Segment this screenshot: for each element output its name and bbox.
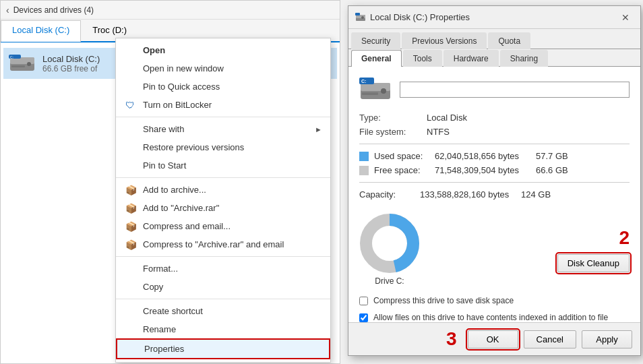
apply-button[interactable]: Apply (582, 330, 632, 348)
explorer-title: Devices and drives (4) (13, 5, 94, 15)
drive-header-row: C: (359, 76, 630, 103)
drive-name-input[interactable] (400, 82, 630, 98)
used-space-label: Used space: (374, 151, 435, 161)
donut-chart-area: Drive C: (359, 213, 420, 286)
free-space-label: Free space: (374, 165, 435, 175)
capacity-gb: 124 GB (521, 189, 551, 200)
cancel-button[interactable]: Cancel (524, 330, 576, 348)
svg-point-2 (27, 62, 31, 66)
capacity-label: Capacity: (359, 189, 420, 200)
annotation-label-2: 2 (619, 227, 630, 249)
submenu-arrow-icon: ► (315, 125, 322, 133)
tab-security[interactable]: Security (351, 32, 400, 49)
filesystem-row: File system: NTFS (359, 127, 630, 137)
ctx-separator-1 (116, 117, 330, 117)
tab-row-top: Security Previous Versions Quota (348, 29, 640, 49)
dialog-tabs: Security Previous Versions Quota General… (348, 29, 640, 67)
ctx-separator-2 (116, 177, 330, 178)
ctx-separator-4 (116, 299, 330, 299)
used-space-color (359, 152, 369, 161)
ctx-bitlocker[interactable]: 🛡 Turn on BitLocker (116, 96, 330, 114)
ctx-add-archive[interactable]: 📦 Add to archive... (116, 181, 330, 199)
context-menu: Open Open in new window Pin to Quick acc… (115, 38, 331, 363)
free-space-row: Free space: 71,548,309,504 bytes 66.6 GB (359, 165, 630, 175)
ctx-share-with[interactable]: Share with ► (116, 120, 330, 138)
type-value: Local Disk (427, 113, 467, 123)
dialog-titlebar: Local Disk (C:) Properties ✕ (348, 6, 640, 29)
svg-rect-3 (11, 65, 25, 67)
ctx-open-new-window[interactable]: Open in new window (116, 59, 330, 78)
divider-1 (359, 144, 630, 144)
drive-icon-c: C: (9, 52, 36, 75)
svg-point-8 (361, 16, 364, 19)
used-space-row: Used space: 62,040,518,656 bytes 57.7 GB (359, 151, 630, 161)
tab-tools[interactable]: Tools (403, 50, 442, 67)
close-button[interactable]: ✕ (617, 9, 634, 26)
tab-quota[interactable]: Quota (488, 32, 530, 49)
archive-icon-3: 📦 (125, 221, 137, 232)
shield-icon: 🛡 (125, 100, 135, 111)
tab-row-bottom: General Tools Hardware Sharing (348, 49, 640, 67)
used-space-bytes: 62,040,518,656 bytes (435, 151, 536, 161)
disk-cleanup-button[interactable]: Disk Cleanup (557, 254, 630, 272)
drive-c-label: Drive C: (359, 276, 420, 286)
ctx-restore-versions[interactable]: Restore previous versions (116, 138, 330, 156)
ok-button[interactable]: OK (468, 330, 518, 348)
tab-hardware[interactable]: Hardware (443, 50, 499, 67)
dialog-title-icon (355, 12, 366, 23)
free-space-gb: 66.6 GB (536, 165, 568, 175)
properties-dialog: Local Disk (C:) Properties ✕ Security Pr… (348, 5, 641, 356)
svg-text:C:: C: (10, 55, 13, 59)
capacity-row: Capacity: 133,588,828,160 bytes 124 GB (359, 189, 630, 200)
ctx-create-shortcut[interactable]: Create shortcut (116, 302, 330, 320)
checkbox-compress-row: Compress this drive to save disk space (359, 295, 630, 307)
ctx-pin-to-start[interactable]: Pin to Start (116, 156, 330, 175)
explorer-header: ‹ Devices and drives (4) (1, 1, 340, 20)
ctx-separator-3 (116, 256, 330, 257)
filesystem-label: File system: (359, 127, 427, 137)
checkbox-index-text: Allow files on this drive to have conten… (373, 312, 630, 322)
type-label: Type: (359, 113, 427, 123)
free-space-bytes: 71,548,309,504 bytes (435, 165, 536, 175)
tab-general[interactable]: General (351, 50, 402, 67)
dialog-footer: 3 OK Cancel Apply (348, 322, 640, 355)
archive-icon-1: 📦 (125, 185, 137, 195)
explorer-panel: ‹ Devices and drives (4) Local Disk (C:)… (0, 0, 340, 364)
archive-icon-4: 📦 (125, 239, 137, 250)
tab-previous-versions[interactable]: Previous Versions (402, 32, 487, 49)
ctx-add-archive-rar[interactable]: 📦 Add to "Archive.rar" (116, 199, 330, 217)
divider-2 (359, 182, 630, 183)
annotation-label-3: 3 (446, 328, 457, 350)
ctx-format[interactable]: Format... (116, 260, 330, 278)
checkbox-index-row: Allow files on this drive to have conten… (359, 312, 630, 322)
svg-point-18 (375, 229, 404, 258)
donut-container (359, 213, 420, 274)
svg-rect-9 (355, 13, 360, 16)
tab-sharing[interactable]: Sharing (500, 50, 548, 67)
ctx-properties[interactable]: Properties (116, 338, 330, 359)
tab-local-disk-c[interactable]: Local Disk (C:) (1, 20, 81, 42)
ctx-pin-quick-access[interactable]: Pin to Quick access (116, 78, 330, 96)
ctx-copy[interactable]: Copy (116, 278, 330, 296)
ctx-open[interactable]: Open (116, 41, 330, 59)
free-space-color (359, 166, 369, 175)
checkbox-index[interactable] (359, 313, 368, 322)
ctx-compress-rar-email[interactable]: 📦 Compress to "Archive.rar" and email (116, 235, 330, 253)
svg-point-12 (381, 88, 386, 94)
checkbox-compress[interactable] (359, 297, 368, 305)
dialog-content: C: Type: Local Disk File system: NTFS Us… (348, 67, 640, 322)
capacity-bytes: 133,588,828,160 bytes (420, 189, 521, 200)
used-space-gb: 57.7 GB (536, 151, 568, 161)
back-arrow-icon[interactable]: ‹ (6, 5, 9, 16)
ctx-rename[interactable]: Rename (116, 320, 330, 338)
ctx-compress-email[interactable]: 📦 Compress and email... (116, 217, 330, 235)
svg-text:C:: C: (361, 79, 366, 84)
drive-big-icon: C: (359, 76, 392, 103)
filesystem-value: NTFS (427, 127, 450, 137)
chart-section: Drive C: 2 Disk Cleanup (359, 213, 630, 286)
archive-icon-2: 📦 (125, 203, 137, 214)
dialog-title-text: Local Disk (C:) Properties (370, 12, 617, 22)
checkbox-compress-text: Compress this drive to save disk space (373, 295, 514, 307)
type-row: Type: Local Disk (359, 113, 630, 123)
disk-cleanup-section: 2 Disk Cleanup (557, 227, 630, 272)
